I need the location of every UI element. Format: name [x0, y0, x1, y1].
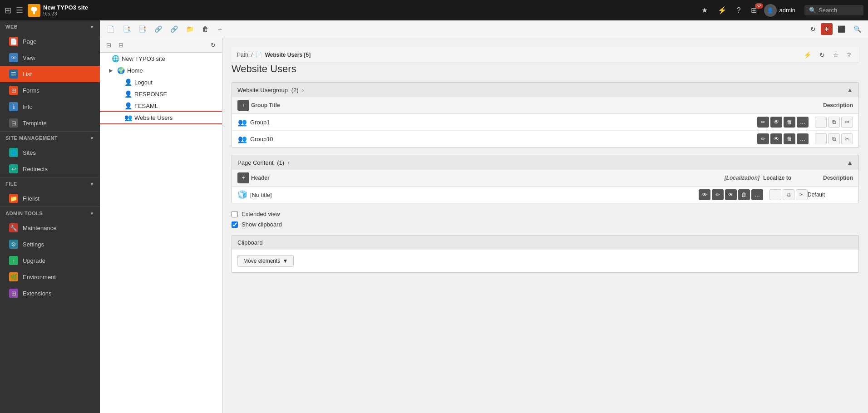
history-btn[interactable]: 🔗 — [151, 23, 165, 35]
no-title-delete-btn[interactable]: 🗑 — [738, 189, 750, 200]
bookmark-icon[interactable]: ★ — [701, 6, 708, 15]
tree-refresh-btn[interactable]: ↻ — [208, 40, 218, 50]
group10-hide-btn[interactable] — [815, 133, 827, 144]
sidebar-item-redirects[interactable]: ↩ Redirects — [0, 161, 100, 177]
group10-cut-btn[interactable]: ✂ — [841, 133, 853, 144]
clipboard-export-btn[interactable]: ⬛ — [834, 23, 848, 35]
tree-panel: ⊟ ⊟ ↻ 🌐 New TYPO3 site ▶ 🌍 Home — [100, 38, 222, 413]
tree-item-fesaml[interactable]: 👤 FESAML — [100, 100, 222, 112]
search-btn[interactable]: 🔍 — [850, 23, 864, 35]
group10-copy-btn[interactable]: ⧉ — [828, 133, 840, 144]
group1-cut-btn[interactable]: ✂ — [841, 117, 853, 128]
tree-item-logout[interactable]: 👤 Logout — [100, 76, 222, 88]
user-menu[interactable]: 👤 admin — [764, 4, 795, 17]
sidebar-item-info[interactable]: ℹ Info — [0, 98, 100, 115]
link-btn[interactable]: 🔗 — [167, 23, 181, 35]
path-star-btn[interactable]: ☆ — [830, 50, 842, 60]
flash-icon[interactable]: ⚡ — [718, 6, 727, 15]
tree-filter-btn[interactable]: ⊟ — [116, 40, 126, 50]
sidebar-item-forms[interactable]: ⊞ Forms — [0, 82, 100, 98]
refresh-btn[interactable]: ↻ — [807, 23, 819, 35]
group1-view-btn[interactable]: 👁 — [770, 117, 782, 128]
show-clipboard-checkbox[interactable] — [232, 221, 238, 228]
group10-title: Group10 — [250, 136, 757, 143]
trash-btn[interactable]: 🗑 — [199, 23, 212, 35]
sidebar-item-sites[interactable]: 🌐 Sites — [0, 144, 100, 161]
sidebar-item-filelist-label: Filelist — [23, 195, 39, 202]
sidebar-item-settings[interactable]: ⚙ Settings — [0, 236, 100, 252]
clipboard-section: Clipboard Move elements ▼ — [232, 235, 859, 273]
group1-edit-btn[interactable]: ✏ — [757, 117, 769, 128]
table-row: 👥 Group10 ✏ 👁 🗑 … ⧉ ✂ — [232, 131, 858, 147]
tree-item-home[interactable]: ▶ 🌍 Home — [100, 64, 222, 76]
sidebar-item-view[interactable]: 👁 View — [0, 49, 100, 66]
show-clipboard-label[interactable]: Show clipboard — [242, 221, 282, 228]
extended-view-option: Extended view — [232, 211, 859, 217]
import-btn[interactable]: 📑 — [119, 23, 133, 35]
group10-view-btn[interactable]: 👁 — [770, 133, 782, 144]
group1-more-btn[interactable]: … — [797, 117, 809, 128]
site-version: 9.5.23 — [43, 11, 88, 16]
page-content-section-header[interactable]: Page Content (1) › ▲ — [232, 155, 858, 170]
usergroup-table-header: + Group Title Description — [232, 97, 858, 114]
sidebar-section-file[interactable]: FILE ▼ — [0, 177, 100, 190]
sidebar-item-page[interactable]: 📄 Page — [0, 33, 100, 49]
move-elements-btn[interactable]: Move elements ▼ — [237, 255, 294, 267]
export-btn[interactable]: 📑 — [135, 23, 149, 35]
group10-edit-btn[interactable]: ✏ — [757, 133, 769, 144]
hamburger-menu-icon[interactable]: ☰ — [16, 5, 23, 15]
new-document-btn[interactable]: 📄 — [104, 23, 118, 35]
no-title-hide-btn[interactable]: 👁 — [725, 189, 737, 200]
sidebar-item-list[interactable]: ☰ List — [0, 66, 100, 82]
sidebar-item-maintenance[interactable]: 🔧 Maintenance — [0, 220, 100, 236]
logout-tree-icon: 👤 — [124, 78, 132, 86]
path-bar: Path: / 📄 Website Users [5] ⚡ ↻ ☆ ? — [232, 47, 859, 63]
search-bar[interactable]: 🔍 Search — [804, 5, 863, 15]
tree-item-response[interactable]: 👤 RESPONSE — [100, 88, 222, 100]
path-refresh-btn[interactable]: ↻ — [817, 50, 828, 60]
notification-bell[interactable]: ⊞ 32 — [748, 6, 760, 15]
no-title-cut-btn[interactable]: ✂ — [796, 189, 808, 200]
no-title-copy-btn[interactable]: ⧉ — [783, 189, 794, 200]
group1-copy-btn[interactable]: ⧉ — [828, 117, 840, 128]
sidebar-item-extensions[interactable]: ⊞ Extensions — [0, 285, 100, 301]
path-help-btn[interactable]: ? — [844, 50, 853, 60]
filelist-icon: 📁 — [9, 194, 18, 203]
tree-item-website-users[interactable]: 👥 Website Users — [100, 112, 222, 123]
extended-view-checkbox[interactable] — [232, 211, 238, 217]
page-content-add-btn[interactable]: + — [237, 172, 249, 183]
sidebar-item-environment[interactable]: 🌿 Environment — [0, 269, 100, 285]
help-icon[interactable]: ? — [737, 6, 741, 15]
path-bolt-btn[interactable]: ⚡ — [801, 50, 814, 60]
sidebar: WEB ▼ 📄 Page 👁 View ☰ List ⊞ Forms ℹ Inf… — [0, 20, 100, 413]
group1-delete-btn[interactable]: 🗑 — [784, 117, 795, 128]
tree-collapse-btn[interactable]: ⊟ — [104, 40, 114, 50]
extended-view-label[interactable]: Extended view — [242, 211, 280, 217]
group1-hide-btn[interactable] — [815, 117, 827, 128]
group10-more-btn[interactable]: … — [797, 133, 809, 144]
no-title-blank1-btn[interactable] — [769, 189, 781, 200]
no-title-edit-btn[interactable]: ✏ — [712, 189, 724, 200]
sidebar-section-site-management[interactable]: SITE MANAGEMENT ▼ — [0, 131, 100, 144]
sidebar-section-web[interactable]: WEB ▼ — [0, 20, 100, 33]
sidebar-section-admin-tools[interactable]: ADMIN TOOLS ▼ — [0, 206, 100, 220]
upgrade-icon: ↑ — [9, 256, 18, 265]
sidebar-item-filelist[interactable]: 📁 Filelist — [0, 190, 100, 206]
group10-delete-btn[interactable]: 🗑 — [784, 133, 795, 144]
no-title-view-btn[interactable]: 👁 — [699, 189, 710, 200]
create-new-btn[interactable]: + — [821, 23, 833, 35]
usergroup-add-btn[interactable]: + — [237, 100, 249, 111]
page-content-table-header: + Header [Localization] Localize to Desc… — [232, 170, 858, 187]
usergroup-section-header[interactable]: Website Usergroup (2) › ▲ — [232, 83, 858, 97]
folder-btn[interactable]: 📁 — [183, 23, 197, 35]
group1-title: Group1 — [250, 119, 757, 126]
username-label: admin — [779, 7, 795, 14]
apps-grid-icon[interactable]: ⊞ — [5, 5, 11, 15]
no-title-more-btn[interactable]: … — [751, 189, 763, 200]
tree-item-site[interactable]: 🌐 New TYPO3 site — [100, 53, 222, 64]
search-label: Search — [819, 7, 837, 14]
sidebar-item-upgrade[interactable]: ↑ Upgrade — [0, 252, 100, 269]
sidebar-item-template[interactable]: ⊟ Template — [0, 115, 100, 131]
list-icon: ☰ — [9, 69, 18, 79]
move-btn[interactable]: → — [213, 23, 226, 35]
